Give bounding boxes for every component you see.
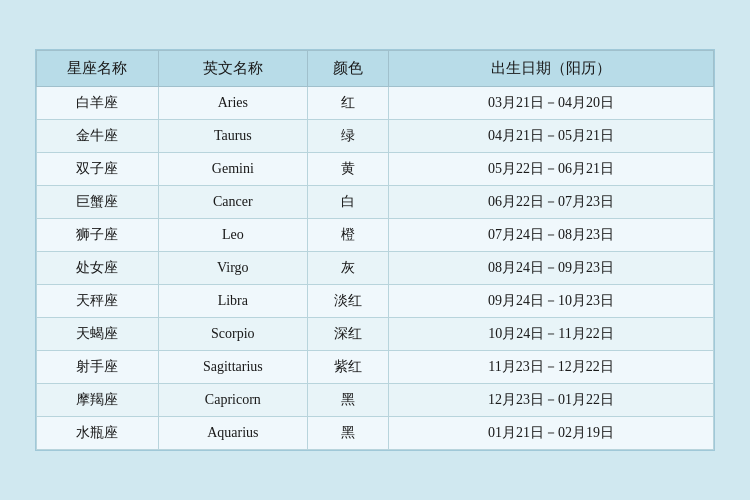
cell-date: 08月24日－09月23日	[389, 252, 714, 285]
cell-color: 红	[307, 87, 388, 120]
cell-date: 04月21日－05月21日	[389, 120, 714, 153]
cell-zh: 水瓶座	[37, 417, 159, 450]
cell-zh: 双子座	[37, 153, 159, 186]
cell-color: 黑	[307, 384, 388, 417]
cell-zh: 天蝎座	[37, 318, 159, 351]
cell-color: 深红	[307, 318, 388, 351]
table-header-row: 星座名称 英文名称 颜色 出生日期（阳历）	[37, 51, 714, 87]
table-row: 水瓶座Aquarius黑01月21日－02月19日	[37, 417, 714, 450]
cell-en: Leo	[158, 219, 307, 252]
header-color: 颜色	[307, 51, 388, 87]
table-row: 天秤座Libra淡红09月24日－10月23日	[37, 285, 714, 318]
cell-zh: 白羊座	[37, 87, 159, 120]
cell-color: 黑	[307, 417, 388, 450]
cell-date: 06月22日－07月23日	[389, 186, 714, 219]
header-zh: 星座名称	[37, 51, 159, 87]
cell-en: Aries	[158, 87, 307, 120]
cell-zh: 巨蟹座	[37, 186, 159, 219]
table-row: 狮子座Leo橙07月24日－08月23日	[37, 219, 714, 252]
header-en: 英文名称	[158, 51, 307, 87]
cell-date: 07月24日－08月23日	[389, 219, 714, 252]
cell-date: 01月21日－02月19日	[389, 417, 714, 450]
cell-zh: 金牛座	[37, 120, 159, 153]
header-date: 出生日期（阳历）	[389, 51, 714, 87]
cell-color: 绿	[307, 120, 388, 153]
cell-color: 黄	[307, 153, 388, 186]
cell-date: 11月23日－12月22日	[389, 351, 714, 384]
cell-date: 05月22日－06月21日	[389, 153, 714, 186]
cell-date: 03月21日－04月20日	[389, 87, 714, 120]
cell-color: 淡红	[307, 285, 388, 318]
cell-en: Capricorn	[158, 384, 307, 417]
cell-en: Gemini	[158, 153, 307, 186]
cell-zh: 射手座	[37, 351, 159, 384]
zodiac-table-container: 星座名称 英文名称 颜色 出生日期（阳历） 白羊座Aries红03月21日－04…	[35, 49, 715, 451]
cell-zh: 狮子座	[37, 219, 159, 252]
cell-color: 橙	[307, 219, 388, 252]
table-row: 天蝎座Scorpio深红10月24日－11月22日	[37, 318, 714, 351]
cell-en: Virgo	[158, 252, 307, 285]
cell-en: Taurus	[158, 120, 307, 153]
cell-color: 紫红	[307, 351, 388, 384]
cell-date: 09月24日－10月23日	[389, 285, 714, 318]
cell-date: 12月23日－01月22日	[389, 384, 714, 417]
cell-color: 灰	[307, 252, 388, 285]
zodiac-table: 星座名称 英文名称 颜色 出生日期（阳历） 白羊座Aries红03月21日－04…	[36, 50, 714, 450]
cell-en: Scorpio	[158, 318, 307, 351]
cell-zh: 摩羯座	[37, 384, 159, 417]
table-row: 金牛座Taurus绿04月21日－05月21日	[37, 120, 714, 153]
table-row: 白羊座Aries红03月21日－04月20日	[37, 87, 714, 120]
table-row: 射手座Sagittarius紫红11月23日－12月22日	[37, 351, 714, 384]
table-row: 巨蟹座Cancer白06月22日－07月23日	[37, 186, 714, 219]
cell-en: Cancer	[158, 186, 307, 219]
table-row: 摩羯座Capricorn黑12月23日－01月22日	[37, 384, 714, 417]
cell-zh: 天秤座	[37, 285, 159, 318]
cell-en: Sagittarius	[158, 351, 307, 384]
cell-zh: 处女座	[37, 252, 159, 285]
table-row: 处女座Virgo灰08月24日－09月23日	[37, 252, 714, 285]
cell-color: 白	[307, 186, 388, 219]
cell-en: Libra	[158, 285, 307, 318]
cell-date: 10月24日－11月22日	[389, 318, 714, 351]
table-row: 双子座Gemini黄05月22日－06月21日	[37, 153, 714, 186]
cell-en: Aquarius	[158, 417, 307, 450]
